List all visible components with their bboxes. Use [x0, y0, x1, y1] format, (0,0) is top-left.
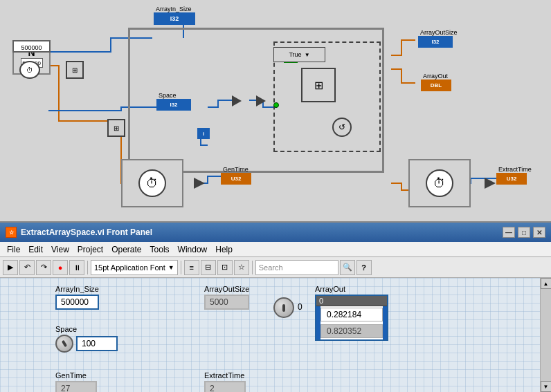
- align-button[interactable]: ≡: [184, 260, 199, 275]
- arrayout-panel-label: ArrayOut: [315, 285, 388, 293]
- case-arrow: ▼: [305, 52, 310, 58]
- arrayinsize-panel-label: ArrayIn_Size: [55, 285, 99, 293]
- font-label: 15pt Application Font: [94, 263, 165, 272]
- cmp-triangle-1: [232, 95, 246, 106]
- arrayoutsize-group: ArrayOutSize 5000: [204, 285, 249, 310]
- main-content: ArrayIn_Size 500000 Space 100 GenTime 27: [0, 278, 551, 392]
- arrayinsize-terminal: I32: [154, 12, 195, 25]
- menu-window[interactable]: Window: [174, 245, 212, 254]
- space-panel-control[interactable]: 100: [76, 336, 118, 351]
- maximize-button[interactable]: □: [518, 227, 530, 238]
- bottom-timer-block-2: ⏱: [408, 159, 471, 207]
- gentime-panel-label: GenTime: [55, 371, 97, 380]
- panel-grid: ArrayIn_Size 500000 Space 100 GenTime 27: [0, 278, 540, 392]
- diagram-area: ArrayIn_Size I32 N 500000 500000 ⏱ ⊞ Spa…: [0, 0, 551, 221]
- redo-button[interactable]: ↷: [36, 260, 51, 275]
- title-bar-icon: ☆: [6, 227, 17, 238]
- font-dropdown-arrow: ▼: [168, 264, 174, 271]
- abort-button[interactable]: ●: [53, 260, 68, 275]
- arrayoutsize-knob[interactable]: [273, 297, 294, 318]
- menu-view[interactable]: View: [47, 245, 73, 254]
- arrow-extracttime: [485, 178, 496, 189]
- scroll-up-arrow[interactable]: ▲: [541, 278, 552, 289]
- knob-indicator: [62, 340, 67, 348]
- arrayout-display: 0 0.282184 0.820352: [315, 295, 388, 341]
- arrayinsize-type: I32: [170, 15, 179, 22]
- menu-edit[interactable]: Edit: [24, 245, 47, 254]
- title-bar-icon-symbol: ☆: [9, 230, 14, 236]
- bottom-timer-block-1: ⏱: [121, 159, 183, 207]
- arrayinsize-panel-control[interactable]: 500000: [55, 295, 99, 310]
- gentime-terminal: U32: [221, 173, 251, 185]
- timer-clock-2: ⏱: [426, 169, 453, 197]
- resize-button[interactable]: ⊡: [217, 260, 233, 275]
- menu-file[interactable]: File: [3, 245, 24, 254]
- search-input[interactable]: Search: [255, 260, 338, 275]
- extracttime-terminal: U32: [496, 173, 527, 185]
- toolbar-sep-1: [87, 261, 88, 274]
- scrollbar-right: ▲ ▼: [540, 278, 551, 392]
- arrayoutsize-label-diag: ArrayOutSize: [420, 29, 458, 36]
- extracttime-type: U32: [507, 176, 517, 182]
- arrayoutsize-panel-label: ArrayOutSize: [204, 285, 249, 293]
- title-bar-title: ExtractArraySpace.vi Front Panel: [21, 227, 503, 237]
- cmp-triangle-2: [256, 95, 270, 106]
- array-value-1: 0.282184: [320, 308, 383, 321]
- help-button[interactable]: ?: [356, 260, 372, 275]
- gentime-type: U32: [231, 176, 242, 182]
- arrow-gentime: [194, 178, 205, 189]
- distribute-icon: ⊟: [205, 263, 211, 272]
- array-icon-n: ⊞: [66, 61, 84, 79]
- const-500000: 500000: [12, 40, 51, 53]
- array-icon-n-symbol: ⊞: [72, 66, 78, 74]
- extracttime-label-diag: ExtractTime: [498, 166, 532, 173]
- array-index[interactable]: 0: [316, 296, 387, 306]
- minimize-button[interactable]: —: [503, 227, 515, 238]
- title-bar: ☆ ExtractArraySpace.vi Front Panel — □ ✕: [0, 223, 551, 242]
- arrayoutsize-type: I32: [431, 39, 439, 45]
- undo-button[interactable]: ↶: [19, 260, 35, 275]
- inner-array-icon: ⊞: [301, 68, 336, 102]
- reorder-icon: ☆: [238, 263, 245, 272]
- close-button[interactable]: ✕: [533, 227, 545, 238]
- run-button[interactable]: ▶: [3, 260, 18, 275]
- i-terminal: i: [197, 128, 210, 139]
- menu-tools[interactable]: Tools: [146, 245, 174, 254]
- undo-icon: ↶: [24, 263, 30, 272]
- i-terminal-label: i: [203, 131, 204, 137]
- arrayout-label-diag: ArrayOut: [423, 73, 448, 80]
- arrayout-type: DBL: [431, 82, 442, 88]
- font-selector[interactable]: 15pt Application Font ▼: [91, 260, 178, 275]
- resize-icon: ⊡: [222, 263, 228, 272]
- array-indicator-1b: [383, 306, 387, 323]
- space-type: I32: [170, 102, 177, 108]
- front-panel-window: ☆ ExtractArraySpace.vi Front Panel — □ ✕…: [0, 221, 551, 392]
- timer-n-icon: ⏱: [26, 66, 33, 74]
- arrayoutsize-panel-control: 5000: [204, 295, 249, 310]
- gentime-label-diag: GenTime: [223, 166, 249, 173]
- toolbar: ▶ ↶ ↷ ● ⏸ 15pt Application Font ▼ ≡ ⊟ ⊡: [0, 257, 551, 278]
- knob2-value: 0: [298, 302, 302, 312]
- knob2-indicator: [282, 304, 285, 312]
- true-label: True: [289, 51, 301, 58]
- inner-array-symbol: ⊞: [314, 79, 323, 92]
- space-knob[interactable]: [55, 335, 73, 353]
- menu-operate[interactable]: Operate: [107, 245, 145, 254]
- arrayout-group: ArrayOut 0 0.282184 0.820352: [315, 285, 388, 341]
- abort-icon: ●: [58, 263, 63, 272]
- scroll-track[interactable]: [541, 289, 551, 381]
- search-button[interactable]: 🔍: [340, 260, 355, 275]
- align-icon: ≡: [189, 263, 193, 272]
- timer-clock-2-icon: ⏱: [433, 176, 446, 191]
- menu-help[interactable]: Help: [211, 245, 237, 254]
- scroll-down-arrow[interactable]: ▼: [541, 381, 552, 392]
- reorder-button[interactable]: ☆: [234, 260, 249, 275]
- distribute-button[interactable]: ⊟: [201, 260, 216, 275]
- redo-icon: ↷: [41, 263, 47, 272]
- pause-button[interactable]: ⏸: [69, 260, 84, 275]
- gentime-group: GenTime 27: [55, 371, 97, 392]
- menu-project[interactable]: Project: [73, 245, 107, 254]
- arrayinsize-group: ArrayIn_Size 500000: [55, 285, 99, 310]
- space-control-row: 100: [55, 335, 118, 353]
- array-value-2: 0.820352: [320, 324, 383, 338]
